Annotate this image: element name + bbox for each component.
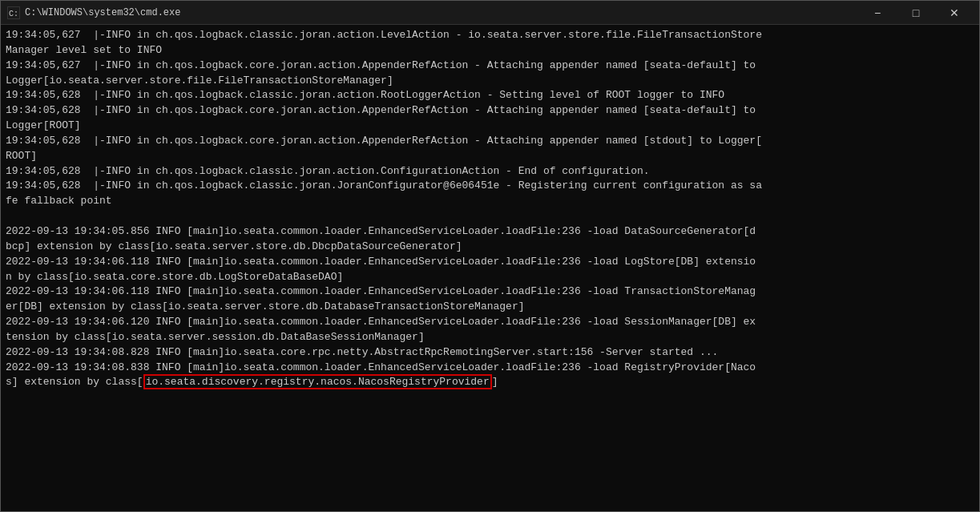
restore-button[interactable]: □: [897, 1, 934, 25]
highlighted-class: io.seata.discovery.registry.nacos.NacosR…: [143, 374, 492, 389]
cmd-icon: C:: [7, 6, 20, 19]
close-button[interactable]: ✕: [936, 1, 973, 25]
window-controls: − □ ✕: [859, 1, 973, 25]
minimize-button[interactable]: −: [859, 1, 896, 25]
terminal-output: 19:34:05,627 |-INFO in ch.qos.logback.cl…: [1, 25, 979, 511]
title-bar: C: C:\WINDOWS\system32\cmd.exe − □ ✕: [1, 1, 979, 25]
window-title: C:\WINDOWS\system32\cmd.exe: [25, 7, 859, 18]
svg-text:C:: C:: [9, 10, 18, 18]
window: C: C:\WINDOWS\system32\cmd.exe − □ ✕ 19:…: [0, 0, 980, 512]
